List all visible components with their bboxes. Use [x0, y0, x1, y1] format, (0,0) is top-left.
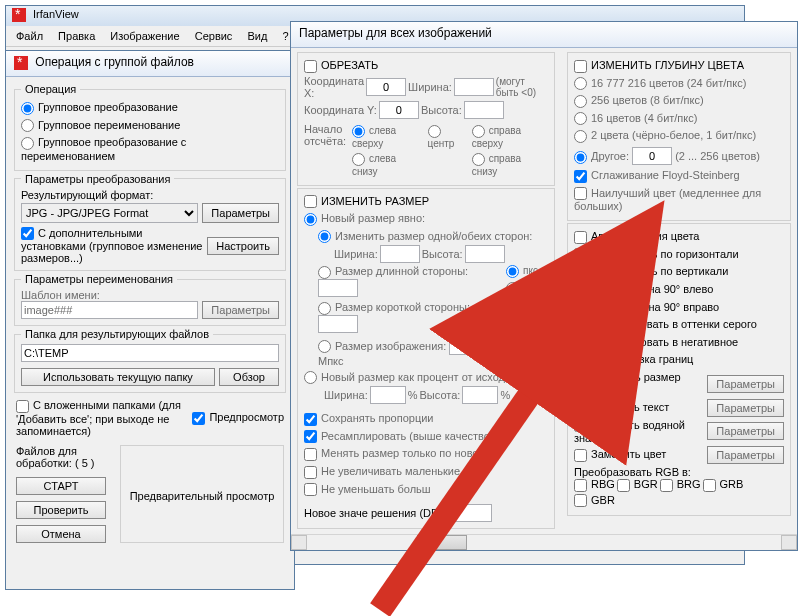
- start-button[interactable]: СТАРТ: [16, 477, 106, 495]
- menu-edit[interactable]: Правка: [52, 28, 101, 44]
- replacecolor-checkbox[interactable]: [574, 449, 587, 462]
- format-select[interactable]: JPG - JPG/JPEG Format: [21, 203, 198, 223]
- crop-width-input[interactable]: [454, 78, 494, 96]
- only-dpi-checkbox[interactable]: [304, 448, 317, 461]
- grb-row[interactable]: GRB: [703, 478, 744, 492]
- preview-row[interactable]: Предпросмотр: [192, 411, 284, 425]
- bestcolor-row[interactable]: Наилучший цвет (медленнее для больших): [574, 185, 784, 215]
- watermark-row[interactable]: Добавить водяной знак: [574, 417, 707, 447]
- brg-row[interactable]: BRG: [660, 478, 701, 492]
- extra-settings-checkbox[interactable]: [21, 227, 34, 240]
- crop-height-input[interactable]: [464, 101, 504, 119]
- canvassize-checkbox[interactable]: [574, 372, 587, 385]
- cother-radio[interactable]: [574, 151, 587, 164]
- resize-checkbox[interactable]: [304, 195, 317, 208]
- c256-radio[interactable]: [574, 95, 587, 108]
- rotl-row[interactable]: Повернуть на 90° влево: [574, 281, 784, 299]
- c16m-row[interactable]: 16 777 216 цветов (24 бит/пкс): [574, 75, 784, 93]
- origin-lb-radio[interactable]: [352, 153, 365, 166]
- flipv-checkbox[interactable]: [574, 266, 587, 279]
- rotr-row[interactable]: Повернуть на 90° вправо: [574, 299, 784, 317]
- height-pct-input[interactable]: [462, 386, 498, 404]
- width-pct-input[interactable]: [370, 386, 406, 404]
- c2-radio[interactable]: [574, 130, 587, 143]
- c16-radio[interactable]: [574, 112, 587, 125]
- scroll-right-arrow[interactable]: [781, 535, 797, 550]
- short-side-radio[interactable]: [318, 302, 331, 315]
- replacecolor-row[interactable]: Заменить цвет: [574, 446, 707, 464]
- subfolders-row[interactable]: С вложенными папками (для 'Добавить все'…: [16, 399, 186, 437]
- origin-lt-radio[interactable]: [352, 125, 365, 138]
- resize-height-input[interactable]: [465, 245, 505, 263]
- no-enlarge-row[interactable]: Не увеличивать маленькие: [304, 463, 548, 481]
- radio-group-ren-row[interactable]: Групповое переименование: [21, 117, 279, 135]
- resize-width-input[interactable]: [380, 245, 420, 263]
- newsize-explicit-radio[interactable]: [304, 213, 317, 226]
- origin-rb-row[interactable]: справа снизу: [472, 151, 548, 179]
- rotr-checkbox[interactable]: [574, 301, 587, 314]
- format-params-button[interactable]: Параметры: [202, 203, 279, 223]
- c256-row[interactable]: 256 цветов (8 бит/пкс): [574, 92, 784, 110]
- scroll-thumb[interactable]: [417, 535, 467, 550]
- crop-row[interactable]: ОБРЕЗАТЬ: [304, 57, 548, 75]
- autocorrect-checkbox[interactable]: [574, 231, 587, 244]
- toneg-checkbox[interactable]: [574, 336, 587, 349]
- change-oneboth-row[interactable]: Изменить размер одной/обеих сторон:: [318, 228, 548, 246]
- output-folder-input[interactable]: [21, 344, 279, 362]
- only-dpi-row[interactable]: Менять размер только по новому: [304, 445, 548, 463]
- fliph-checkbox[interactable]: [574, 248, 587, 261]
- c16-row[interactable]: 16 цветов (4 бит/пкс): [574, 110, 784, 128]
- origin-c-radio[interactable]: [428, 125, 441, 138]
- radio-group-conv-row[interactable]: Групповое преобразование: [21, 99, 279, 117]
- menu-image[interactable]: Изображение: [104, 28, 185, 44]
- radio-group-convren[interactable]: [21, 137, 34, 150]
- unit-px-radio[interactable]: [506, 265, 519, 278]
- unit-inch-radio[interactable]: [506, 299, 519, 312]
- bgr-row[interactable]: BGR: [617, 478, 658, 492]
- rbg-checkbox[interactable]: [574, 479, 587, 492]
- resample-row[interactable]: Ресамплировать (выше качество): [304, 428, 548, 446]
- radio-group-conv[interactable]: [21, 102, 34, 115]
- canvassize-row[interactable]: Изменить размер холста: [574, 369, 707, 399]
- resize-row[interactable]: ИЗМЕНИТЬ РАЗМЕР: [304, 193, 548, 211]
- rotl-checkbox[interactable]: [574, 284, 587, 297]
- autocrop-row[interactable]: Автообрезка границ: [574, 351, 784, 369]
- c2-row[interactable]: 2 цвета (чёрно-белое, 1 бит/пкс): [574, 127, 784, 145]
- setup-button[interactable]: Настроить: [207, 237, 279, 255]
- origin-c-row[interactable]: центр: [428, 123, 468, 151]
- scroll-left-arrow[interactable]: [291, 535, 307, 550]
- fliph-row[interactable]: Перевернуть по горизонтали: [574, 246, 784, 264]
- subfolders-checkbox[interactable]: [16, 400, 29, 413]
- long-side-input[interactable]: [318, 279, 358, 297]
- change-depth-checkbox[interactable]: [574, 60, 587, 73]
- watermark-checkbox[interactable]: [574, 419, 587, 432]
- radio-group-convren-row[interactable]: Групповое преобразование с переименовани…: [21, 134, 279, 164]
- no-enlarge-checkbox[interactable]: [304, 466, 317, 479]
- newsize-pct-row[interactable]: Новый размер как процент от исходного:: [304, 369, 548, 387]
- menu-file[interactable]: Файл: [10, 28, 49, 44]
- preview-checkbox[interactable]: [192, 412, 205, 425]
- cother-input[interactable]: [632, 147, 672, 165]
- resample-checkbox[interactable]: [304, 430, 317, 443]
- no-shrink-row[interactable]: Не уменьшать больш: [304, 481, 548, 499]
- keep-aspect-checkbox[interactable]: [304, 413, 317, 426]
- autocorrect-row[interactable]: Автокоррекция цвета: [574, 228, 784, 246]
- origin-rt-radio[interactable]: [472, 125, 485, 138]
- img-size-radio[interactable]: [318, 340, 331, 353]
- coord-x-input[interactable]: [366, 78, 406, 96]
- flipv-row[interactable]: Перевернуть по вертикали: [574, 263, 784, 281]
- unit-cm-radio[interactable]: [506, 282, 519, 295]
- addtext-row[interactable]: Добавить текст: [574, 399, 707, 417]
- check-button[interactable]: Проверить: [16, 501, 106, 519]
- use-current-folder-button[interactable]: Использовать текущую папку: [21, 368, 215, 386]
- floyd-row[interactable]: Сглаживание Floyd-Steinberg: [574, 167, 784, 185]
- pattern-input[interactable]: [21, 301, 198, 319]
- change-oneboth-radio[interactable]: [318, 230, 331, 243]
- img-size-input[interactable]: [449, 337, 489, 355]
- img-size-row[interactable]: Размер изображения: Мпкс: [318, 335, 506, 369]
- no-shrink-checkbox[interactable]: [304, 483, 317, 496]
- menu-view[interactable]: Вид: [241, 28, 273, 44]
- cother-row[interactable]: Другое: (2 ... 256 цветов): [574, 145, 784, 167]
- origin-rb-radio[interactable]: [472, 153, 485, 166]
- menu-service[interactable]: Сервис: [189, 28, 239, 44]
